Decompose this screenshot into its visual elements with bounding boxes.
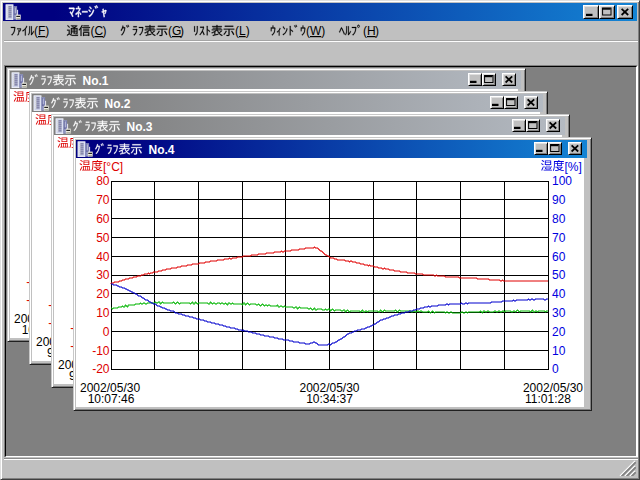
svg-text:[°C]: [°C] [103, 160, 123, 174]
svg-text:50: 50 [96, 231, 110, 245]
svg-text:80: 80 [552, 212, 566, 226]
svg-text:): ) [180, 24, 184, 38]
svg-text:-20: -20 [92, 362, 110, 376]
svg-text:20: 20 [96, 287, 110, 301]
svg-text:30: 30 [552, 306, 566, 320]
svg-text:-10: -10 [92, 344, 110, 358]
svg-text:): ) [375, 24, 379, 38]
svg-text:70: 70 [96, 193, 110, 207]
svg-text:10:07:46: 10:07:46 [88, 392, 135, 406]
svg-text:90: 90 [552, 193, 566, 207]
svg-text:F: F [38, 24, 45, 38]
svg-text:50: 50 [552, 268, 566, 282]
svg-text:30: 30 [96, 268, 110, 282]
svg-text:10: 10 [552, 344, 566, 358]
svg-text:40: 40 [552, 287, 566, 301]
svg-text:20: 20 [552, 325, 566, 339]
svg-text:0: 0 [103, 325, 110, 339]
svg-text:No.2: No.2 [105, 97, 131, 111]
svg-text:): ) [103, 24, 107, 38]
svg-text:60: 60 [96, 212, 110, 226]
svg-text:No.1: No.1 [83, 74, 109, 88]
svg-text:100: 100 [552, 174, 572, 188]
svg-text:): ) [321, 24, 325, 38]
svg-text:0: 0 [552, 362, 559, 376]
svg-text:60: 60 [552, 250, 566, 264]
svg-text:No.4: No.4 [149, 143, 175, 157]
svg-text:): ) [45, 24, 49, 38]
svg-text:80: 80 [96, 174, 110, 188]
svg-text:): ) [246, 24, 250, 38]
svg-text:11:01:28: 11:01:28 [525, 392, 571, 406]
svg-text:[%]: [%] [565, 160, 582, 174]
svg-text:70: 70 [552, 231, 566, 245]
svg-text:10: 10 [96, 306, 110, 320]
svg-text:W: W [310, 24, 322, 38]
svg-text:40: 40 [96, 250, 110, 264]
svg-text:10:34:37: 10:34:37 [306, 392, 353, 406]
svg-text:No.3: No.3 [127, 120, 153, 134]
